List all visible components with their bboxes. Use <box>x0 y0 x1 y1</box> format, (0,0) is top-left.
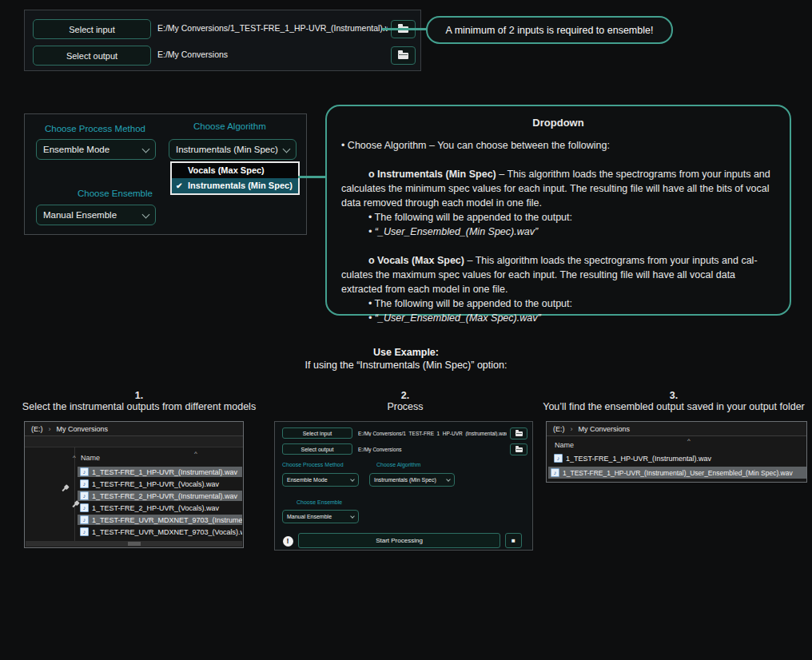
doc-min-spec-suffix: • “_User_Ensembled_(Min Spec).wav” <box>368 225 775 239</box>
output-path-value: E:/My Conversions <box>358 447 402 452</box>
audio-file-icon: ♪ <box>551 468 559 477</box>
breadcrumb-drive[interactable]: (E:) <box>31 425 43 433</box>
scrollbar-thumb[interactable] <box>128 542 141 546</box>
file-name: 1_TEST-FRE_UVR_MDXNET_9703_(Instrumental… <box>92 516 242 524</box>
file-row[interactable]: ♪ 1_TEST-FRE_1_HP-UVR_(Instrumental)_Use… <box>548 467 806 479</box>
callout-connector-line <box>382 28 428 30</box>
explorer1-breadcrumb[interactable]: (E:) › My Conversions <box>25 422 243 436</box>
doc-appended-label-max: • The following will be appended to the … <box>368 296 775 311</box>
page: Select input E:/My Conversions/1_TEST-FR… <box>0 0 812 660</box>
use-example-title: Use Example: <box>0 347 812 358</box>
name-column-header[interactable]: Name <box>81 454 100 462</box>
algorithm-dropdown[interactable]: Instrumentals (Min Spec) <box>169 139 297 160</box>
chevron-down-icon <box>283 145 291 153</box>
file-name: 1_TEST-FRE_1_HP-UVR_(Instrumental)_User_… <box>563 469 793 477</box>
menu-item-instrumentals-min-spec[interactable]: ✔ Instrumentals (Min Spec) <box>172 178 298 193</box>
step2-number: 2. <box>277 390 534 401</box>
process-method-value: Ensemble Mode <box>287 477 328 483</box>
breadcrumb-folder[interactable]: My Conversions <box>579 425 631 433</box>
file-name: 1_TEST-FRE_1_HP-UVR_(Vocals).wav <box>92 480 219 488</box>
browse-output-button[interactable] <box>391 46 416 65</box>
algorithm-label: Choose Algorithm <box>376 462 420 467</box>
menu-item-label: Instrumentals (Min Spec) <box>188 181 293 190</box>
browse-input-button[interactable] <box>510 427 527 439</box>
breadcrumb-drive[interactable]: (E:) <box>553 425 565 433</box>
doc-appended-label-min: • The following will be appended to the … <box>368 210 775 225</box>
step3-caption: You’ll find the ensembled output saved i… <box>535 401 812 412</box>
file-name: 1_TEST-FRE_2_HP-UVR_(Instrumental).wav <box>92 492 237 500</box>
select-output-button[interactable]: Select output <box>33 46 151 66</box>
input-path-value: E:/My Conversions/1_TEST-FRE_1_HP-UVR_(I… <box>358 431 507 436</box>
browse-output-button[interactable] <box>510 443 527 455</box>
audio-file-icon: ♪ <box>80 479 89 488</box>
chevron-down-icon <box>142 210 150 218</box>
io-panel: Select input E:/My Conversions/1_TEST-FR… <box>24 10 421 71</box>
explorer-step3: (E:) › My Conversions Name ^ ♪ 1_TEST-FR… <box>546 421 807 483</box>
file-row[interactable]: ♪ 1_TEST-FRE_1_HP-UVR_(Instrumental).wav <box>551 453 805 463</box>
file-row[interactable]: ♪ 1_TEST-FRE_UVR_MDXNET_9703_(Instrument… <box>78 515 242 525</box>
file-row[interactable]: ♪ 1_TEST-FRE_1_HP-UVR_(Instrumental).wav <box>78 467 242 477</box>
select-input-button[interactable]: Select input <box>33 19 151 39</box>
doc-min-spec-paragraph: o Instrumentals (Min Spec) – This algori… <box>341 167 775 210</box>
ensemble-value: Manual Ensemble <box>43 210 117 220</box>
file-row[interactable]: ♪ 1_TEST-FRE_1_HP-UVR_(Vocals).wav <box>78 479 242 489</box>
file-name: 1_TEST-FRE_1_HP-UVR_(Instrumental).wav <box>566 455 711 463</box>
chevron-down-icon <box>350 514 355 519</box>
select-output-button[interactable]: Select output <box>282 443 352 455</box>
doc-max-spec-suffix: • “_User_Ensembled_(Max Spec).wav” <box>368 311 775 325</box>
sort-caret-icon: ^ <box>194 450 197 457</box>
min-inputs-callout: A minimum of 2 inputs is required to ens… <box>426 16 673 44</box>
check-icon: ✔ <box>176 178 182 193</box>
process-method-value: Ensemble Mode <box>43 145 109 154</box>
sort-caret-icon: ^ <box>687 437 691 444</box>
audio-file-icon: ♪ <box>80 527 89 536</box>
folder-icon <box>515 447 523 452</box>
info-button[interactable]: ! <box>281 534 295 548</box>
folder-icon <box>398 53 408 59</box>
ensemble-label: Choose Ensemble <box>297 499 342 505</box>
process-method-dropdown[interactable]: Ensemble Mode <box>282 473 359 487</box>
menu-item-vocals-max-spec[interactable]: Vocals (Max Spec) <box>172 163 298 178</box>
input-path-value: E:/My Conversions/1_TEST-FRE_1_HP-UVR_(I… <box>157 19 388 38</box>
dropdown-doc-box: Dropdown • Choose Algorithm – You can ch… <box>325 105 791 316</box>
audio-file-icon: ♪ <box>80 467 89 476</box>
horizontal-scrollbar[interactable] <box>26 541 242 547</box>
folder-icon <box>515 431 523 436</box>
audio-file-icon: ♪ <box>80 515 89 524</box>
ensemble-dropdown[interactable]: Manual Ensemble <box>282 510 359 523</box>
sort-caret-icon: ^ <box>73 454 76 461</box>
file-name: 1_TEST-FRE_2_HP-UVR_(Vocals).wav <box>92 504 219 512</box>
name-column-header[interactable]: Name <box>555 441 574 449</box>
step3-number: 3. <box>535 390 812 401</box>
info-icon: ! <box>283 536 293 547</box>
audio-file-icon: ♪ <box>554 454 563 463</box>
algorithm-value: Instrumentals (Min Spec) <box>176 145 278 154</box>
breadcrumb-folder[interactable]: My Conversions <box>57 425 109 433</box>
select-input-button[interactable]: Select input <box>282 427 352 439</box>
file-name: 1_TEST-FRE_1_HP-UVR_(Instrumental).wav <box>92 468 237 476</box>
start-processing-button[interactable]: Start Processing <box>298 533 500 548</box>
pin-icon <box>62 484 69 491</box>
ensemble-label: Choose Ensemble <box>78 189 153 198</box>
stop-icon: ■ <box>511 537 515 544</box>
file-row[interactable]: ♪ 1_TEST-FRE_UVR_MDXNET_9703_(Vocals).wa… <box>78 527 242 537</box>
step1-number: 1. <box>2 390 277 401</box>
doc-intro: • Choose Algorithm – You can choose betw… <box>341 138 775 153</box>
output-path-value: E:/My Conversions <box>157 46 228 64</box>
ensemble-dropdown[interactable]: Manual Ensemble <box>36 205 156 225</box>
chevron-down-icon <box>142 145 150 153</box>
file-row[interactable]: ♪ 1_TEST-FRE_2_HP-UVR_(Vocals).wav <box>78 503 242 513</box>
doc-max-spec-paragraph: o Vocals (Max Spec) – This algorithm loa… <box>341 253 775 296</box>
process-method-dropdown[interactable]: Ensemble Mode <box>36 139 156 160</box>
algorithm-dropdown[interactable]: Instrumentals (Min Spec) <box>369 473 455 487</box>
mini-app-step2: Select input E:/My Conversions/1_TEST-FR… <box>274 421 533 551</box>
audio-file-icon: ♪ <box>80 491 89 500</box>
breadcrumb-chevron-icon: › <box>49 425 51 433</box>
stop-button[interactable]: ■ <box>505 533 522 548</box>
doc-box-title: Dropdown <box>341 116 775 130</box>
step2-caption: Process <box>277 401 534 412</box>
chevron-down-icon <box>350 477 355 482</box>
use-example-subtitle: If using the “Instrumentals (Min Spec)” … <box>0 360 812 371</box>
explorer3-breadcrumb[interactable]: (E:) › My Conversions <box>547 422 806 436</box>
file-row[interactable]: ♪ 1_TEST-FRE_2_HP-UVR_(Instrumental).wav <box>78 491 242 501</box>
